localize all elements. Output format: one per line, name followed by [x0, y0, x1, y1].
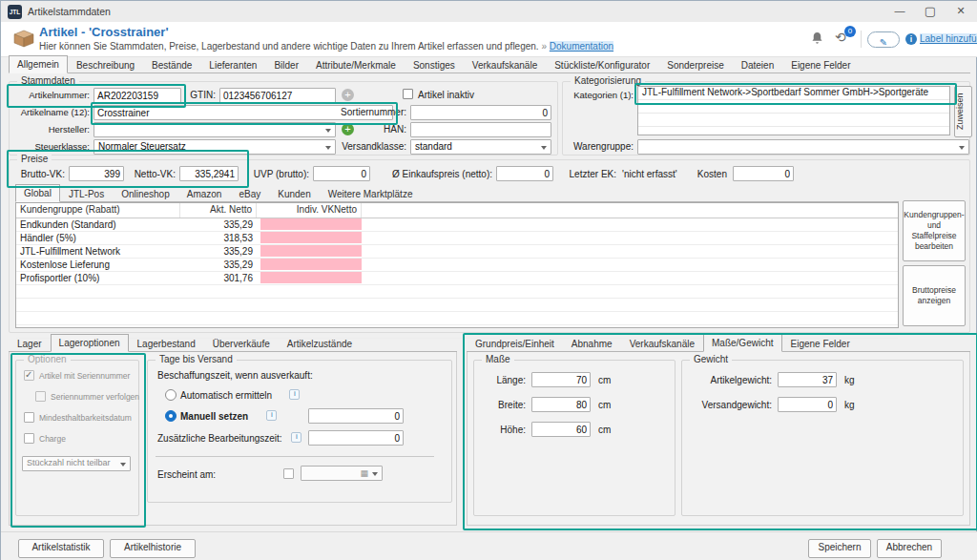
tab-stueckliste-konfigurator[interactable]: Stückliste/Konfigurator — [546, 57, 658, 73]
mhd-checkbox[interactable] — [24, 412, 34, 423]
uvp-input[interactable] — [313, 166, 370, 181]
minimize-button[interactable]: — — [884, 1, 915, 22]
artikelstatistik-button[interactable]: Artikelstatistik — [18, 539, 104, 558]
stueckzahl-select[interactable]: Stückzahl nicht teilbar — [22, 456, 131, 471]
sortiernummer-label: Sortiernummer: — [315, 107, 406, 117]
tab-verkaufskanaele[interactable]: Verkaufskanäle — [464, 57, 546, 73]
tab-beschreibung[interactable]: Beschreibung — [68, 57, 143, 73]
artikelgewicht-input[interactable] — [778, 372, 837, 387]
breite-label: Breite: — [480, 400, 526, 410]
price-row-profisportler[interactable]: Profisportler (10%) 301,76 — [16, 272, 898, 285]
manuell-label: Manuell setzen — [180, 411, 248, 422]
versandgewicht-label: Versandgewicht: — [688, 400, 772, 410]
tab-bestaende[interactable]: Bestände — [143, 57, 200, 73]
speichern-button[interactable]: Speichern — [808, 539, 871, 558]
indiv-vknetto-cell[interactable] — [260, 218, 362, 230]
pencil-icon: ✎ — [880, 37, 887, 48]
kosten-input[interactable] — [733, 166, 794, 181]
price-tab-weitere-marktplaetze[interactable]: Weitere Marktplätze — [320, 186, 422, 201]
tab-bilder[interactable]: Bilder — [265, 57, 307, 73]
hersteller-label: Hersteller: — [10, 124, 90, 135]
tab-sonderpreise[interactable]: Sonderpreise — [658, 57, 732, 73]
warengruppe-select[interactable] — [637, 139, 969, 155]
indiv-vknetto-cell[interactable] — [260, 272, 362, 283]
charge-checkbox[interactable] — [24, 433, 34, 444]
versandgewicht-unit: kg — [844, 400, 855, 410]
optionen-legend: Optionen — [24, 354, 71, 364]
price-tab-onlineshop[interactable]: Onlineshop — [113, 186, 178, 201]
tab-artikelzustaende[interactable]: Artikelzustände — [279, 336, 361, 351]
bell-icon[interactable] — [810, 31, 824, 46]
tab-verkaufskanaele-detail[interactable]: Verkaufskanäle — [621, 336, 703, 351]
bearbeitungszeit-input[interactable] — [308, 430, 404, 446]
tab-grundpreis-einheit[interactable]: Grundpreis/Einheit — [467, 336, 563, 351]
kategorie-empty-row — [638, 114, 949, 127]
price-tab-global[interactable]: Global — [15, 184, 60, 202]
tab-eigene-felder[interactable]: Eigene Felder — [782, 57, 859, 73]
netto-vk-input[interactable] — [179, 166, 239, 181]
tab-attribute-merkmale[interactable]: Attribute/Merkmale — [307, 57, 405, 73]
tab-lieferanten[interactable]: Lieferanten — [200, 57, 265, 73]
bearbeitungszeit-info-icon — [291, 432, 301, 443]
price-row-jtl-fulfillment[interactable]: JTL-Fulfillment Network 335,29 — [16, 245, 898, 259]
tab-lager[interactable]: Lager — [9, 336, 51, 351]
erscheint-am-checkbox[interactable] — [283, 468, 294, 479]
brutto-vk-input[interactable] — [69, 166, 124, 181]
maximize-button[interactable]: ▢ — [915, 1, 946, 22]
tab-abnahme[interactable]: Abnahme — [563, 336, 621, 351]
letzter-ek-value: 'nicht erfasst' — [622, 169, 677, 179]
manuell-input[interactable] — [308, 408, 404, 424]
hoehe-unit: cm — [598, 425, 611, 435]
breite-input[interactable] — [531, 397, 591, 412]
tab-masse-gewicht[interactable]: Maße/Gewicht — [703, 334, 781, 352]
zuweisen-button[interactable]: Zuweisen — [954, 86, 972, 137]
dokumentation-link[interactable]: Dokumentation — [550, 41, 613, 52]
price-tab-jtl-pos[interactable]: JTL-Pos — [60, 186, 113, 201]
abbrechen-button[interactable]: Abbrechen — [877, 539, 942, 558]
indiv-vknetto-cell[interactable] — [260, 259, 362, 270]
indiv-vknetto-cell[interactable] — [260, 232, 362, 243]
einkaufspreis-input[interactable] — [496, 166, 553, 181]
close-button[interactable]: ✕ — [946, 1, 976, 22]
han-input[interactable] — [410, 122, 551, 137]
hersteller-select[interactable] — [94, 122, 336, 137]
akt-netto-cell: 318,53 — [180, 232, 253, 243]
tab-eigene-felder-detail[interactable]: Eigene Felder — [782, 336, 859, 351]
tab-lageroptionen[interactable]: Lageroptionen — [51, 334, 129, 352]
price-tab-ebay[interactable]: eBay — [230, 186, 269, 201]
sortiernummer-input[interactable] — [410, 105, 551, 120]
versandgewicht-input[interactable] — [778, 397, 837, 412]
manuell-radio[interactable] — [165, 410, 177, 422]
price-tab-amazon[interactable]: Amazon — [178, 186, 231, 201]
laenge-unit: cm — [598, 375, 611, 385]
kategorie-item[interactable]: JTL-Fulfillment Network->Sportbedarf Som… — [638, 87, 949, 100]
artikelhistorie-button[interactable]: Artikelhistorie — [110, 539, 196, 558]
main-tab-strip: Allgemein Beschreibung Bestände Lieferan… — [9, 56, 970, 73]
laenge-input[interactable] — [531, 372, 591, 387]
uvp-label: UVP (brutto): — [248, 169, 309, 179]
edit-label-pill-button[interactable]: ✎ — [867, 31, 900, 48]
tab-dateien[interactable]: Dateien — [733, 57, 782, 73]
price-row-endkunden[interactable]: Endkunden (Standard) 335,29 — [16, 218, 898, 232]
tab-allgemein[interactable]: Allgemein — [9, 55, 68, 73]
indiv-vknetto-cell[interactable] — [260, 245, 362, 257]
tab-lagerbestand[interactable]: Lagerbestand — [129, 336, 204, 351]
header-divider — [861, 31, 862, 48]
hoehe-input[interactable] — [531, 422, 591, 437]
price-tab-kunden[interactable]: Kunden — [269, 186, 319, 201]
gtin-input[interactable] — [219, 88, 336, 103]
automatisch-radio[interactable] — [165, 389, 177, 401]
versandklasse-select[interactable]: standard — [410, 139, 551, 155]
kategorien-listbox[interactable]: JTL-Fulfillment Network->Sportbedarf Som… — [637, 86, 950, 135]
label-hinzufuegen-link[interactable]: Label hinzufügen — [920, 33, 977, 44]
tab-sonstiges[interactable]: Sonstiges — [405, 57, 464, 73]
price-row-empty — [16, 285, 898, 299]
kundengruppen-staffelpreise-button[interactable]: Kundengruppen- und Staffelpreise bearbei… — [903, 200, 966, 261]
price-row-kostenlose-lieferung[interactable]: Kostenlose Lieferung 335,29 — [16, 259, 898, 272]
artikel-inaktiv-checkbox[interactable] — [403, 89, 413, 99]
breite-unit: cm — [598, 400, 611, 410]
tab-ueberverkaeufe[interactable]: Überverkäufe — [204, 336, 279, 351]
steuerklasse-select[interactable]: Normaler Steuersatz — [94, 139, 336, 155]
bruttopreise-anzeigen-button[interactable]: Bruttopreise anzeigen — [903, 265, 966, 326]
price-row-haendler[interactable]: Händler (5%) 318,53 — [16, 232, 898, 245]
